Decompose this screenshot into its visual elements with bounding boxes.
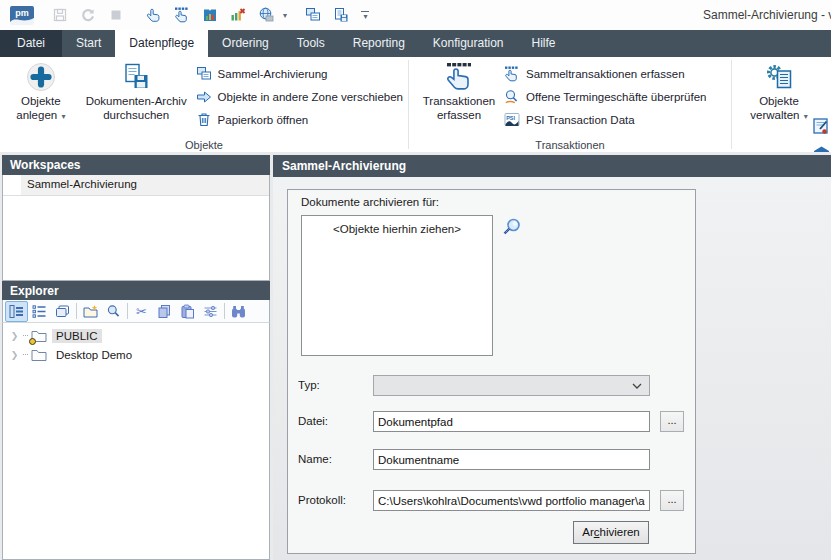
left-panel: Workspaces Sammel-Archivierung Explorer (2, 155, 270, 560)
search-icon (106, 304, 121, 319)
main-panel: Sammel-Archivierung Dokumente archiviere… (273, 155, 831, 560)
save-icon (52, 7, 68, 23)
main-panel-title: Sammel-Archivierung (273, 155, 831, 177)
archivieren-button[interactable]: Archivieren (573, 521, 649, 544)
document-sign-button[interactable] (812, 117, 831, 136)
protokoll-input[interactable] (373, 490, 650, 511)
hand-pointer-grid-icon (504, 66, 520, 82)
tab-datenpflege[interactable]: Datenpflege (115, 30, 208, 57)
tab-hilfe[interactable]: Hilfe (518, 30, 570, 57)
termingeschaefte-pruefen-button[interactable]: Offene Termingeschäfte überprüfen (504, 87, 707, 107)
manage-objects-icon (764, 62, 794, 92)
sammeltransaktionen-button[interactable]: Sammeltransaktionen erfassen (504, 64, 707, 84)
folder-icon (31, 348, 47, 361)
typ-label: Typ: (298, 379, 320, 391)
overflow-arrow-icon: ▾ (364, 14, 368, 19)
enter-bulk-transactions-button[interactable] (170, 4, 194, 26)
sammel-archivierung-button[interactable]: Sammel-Archivierung (196, 64, 403, 84)
app-logo[interactable]: pm (10, 4, 34, 26)
svg-text:pm: pm (15, 7, 29, 17)
tab-ordering[interactable]: Ordering (208, 30, 283, 57)
workspace-item-gutter (3, 175, 21, 195)
explorer-tree: ❯ PUBLIC ❯ Desktop Demo (2, 323, 270, 560)
tree-connector (23, 335, 28, 336)
svg-text:PSI: PSI (506, 115, 515, 121)
stop-button[interactable] (104, 4, 128, 26)
dokumenten-archiv-durchsuchen-button[interactable]: Dokumenten-Archiv durchsuchen (77, 60, 196, 123)
group-label-objekte: Objekte (0, 139, 408, 151)
document-save-icon (333, 7, 349, 23)
redo-button[interactable] (76, 4, 100, 26)
web-button[interactable] (254, 4, 278, 26)
drop-zone[interactable]: <Objekte hierhin ziehen> (301, 215, 493, 356)
tab-start[interactable]: Start (62, 30, 115, 57)
filter-options-button[interactable] (199, 301, 222, 322)
drop-zone-label: Dokumente archivieren für: (301, 196, 439, 208)
workspaces-list: Sammel-Archivierung (2, 175, 270, 281)
name-input[interactable] (373, 449, 650, 470)
workspace-item[interactable]: Sammel-Archivierung (3, 175, 269, 196)
datei-browse-button[interactable]: ... (660, 411, 684, 432)
tab-tools[interactable]: Tools (283, 30, 339, 57)
tree-view-button[interactable] (5, 301, 28, 322)
typ-select[interactable] (373, 375, 650, 396)
stop-icon (108, 7, 124, 23)
scissors-icon: ✂ (136, 304, 147, 319)
search-button[interactable] (102, 301, 125, 322)
redo-icon (80, 7, 96, 23)
find-button[interactable] (227, 301, 250, 322)
folder-badge-icon (29, 338, 36, 345)
web-dropdown-arrow-icon[interactable]: ▾ (283, 11, 287, 20)
quick-access-overflow-button[interactable]: ▾ (361, 11, 369, 19)
window-title: Sammel-Archivierung - v (703, 8, 831, 22)
portfolio-report-icon (202, 7, 218, 23)
paste-button[interactable] (176, 301, 199, 322)
hand-pointer-grid-icon (174, 7, 190, 23)
protokoll-label: Protokoll: (298, 494, 346, 506)
bulk-archive-button[interactable] (301, 4, 325, 26)
document-archive-button[interactable] (329, 4, 353, 26)
tree-label-desktop-demo[interactable]: Desktop Demo (52, 348, 136, 362)
tree-row-desktop-demo[interactable]: ❯ Desktop Demo (3, 345, 269, 364)
tab-reporting[interactable]: Reporting (339, 30, 419, 57)
dropdown-arrow-icon: ▾ (61, 112, 65, 121)
objekte-verwalten-button[interactable]: Objekte verwalten ▾ (737, 60, 821, 123)
objekte-anlegen-button[interactable]: Objekte anlegen ▾ (5, 60, 77, 123)
web-globe-icon (258, 7, 274, 23)
tab-datei[interactable]: Datei (0, 30, 62, 57)
list-view-button[interactable] (28, 301, 51, 322)
tab-konfiguration[interactable]: Konfiguration (419, 30, 518, 57)
copy-button[interactable] (153, 301, 176, 322)
search-check-icon (504, 89, 520, 105)
transaktionen-small-buttons: Sammeltransaktionen erfassen Offene Term… (504, 60, 707, 130)
sliders-icon (203, 304, 218, 319)
expand-chevron-icon[interactable]: ❯ (9, 350, 20, 360)
trash-icon (196, 112, 212, 128)
objekte-verschieben-button[interactable]: Objekte in andere Zone verschieben (196, 87, 403, 107)
new-folder-button[interactable] (79, 301, 102, 322)
toolbar-separator (224, 303, 225, 319)
main-content: Dokumente archivieren für: <Objekte hier… (273, 177, 831, 560)
portfolio-report-button[interactable] (198, 4, 222, 26)
copy-icon (157, 304, 172, 319)
workspaces-header: Workspaces (2, 155, 270, 175)
archive-search-icon (121, 62, 151, 92)
tree-label-public[interactable]: PUBLIC (52, 329, 102, 343)
move-arrow-icon (196, 89, 212, 105)
psi-transaction-data-button[interactable]: PSI PSI Transaction Data (504, 110, 707, 130)
expand-chevron-icon[interactable]: ❯ (9, 331, 20, 341)
save-button[interactable] (48, 4, 72, 26)
protokoll-browse-button[interactable]: ... (660, 490, 684, 511)
chart-check-button[interactable] (226, 4, 250, 26)
datei-label: Datei: (298, 415, 328, 427)
cut-button[interactable]: ✂ (130, 301, 153, 322)
hand-pointer-grid-icon (444, 62, 474, 92)
object-search-button[interactable] (501, 217, 523, 239)
card-view-button[interactable] (51, 301, 74, 322)
transaktionen-erfassen-button[interactable]: Transaktionen erfassen (414, 60, 504, 123)
papierkorb-oeffnen-button[interactable]: Papierkorb öffnen (196, 110, 403, 130)
tree-row-public[interactable]: ❯ PUBLIC (3, 326, 269, 345)
enter-transaction-button[interactable] (142, 4, 166, 26)
datei-input[interactable] (373, 411, 650, 432)
app-window: { "window": { "title": "Sammel-Archivier… (0, 0, 831, 560)
